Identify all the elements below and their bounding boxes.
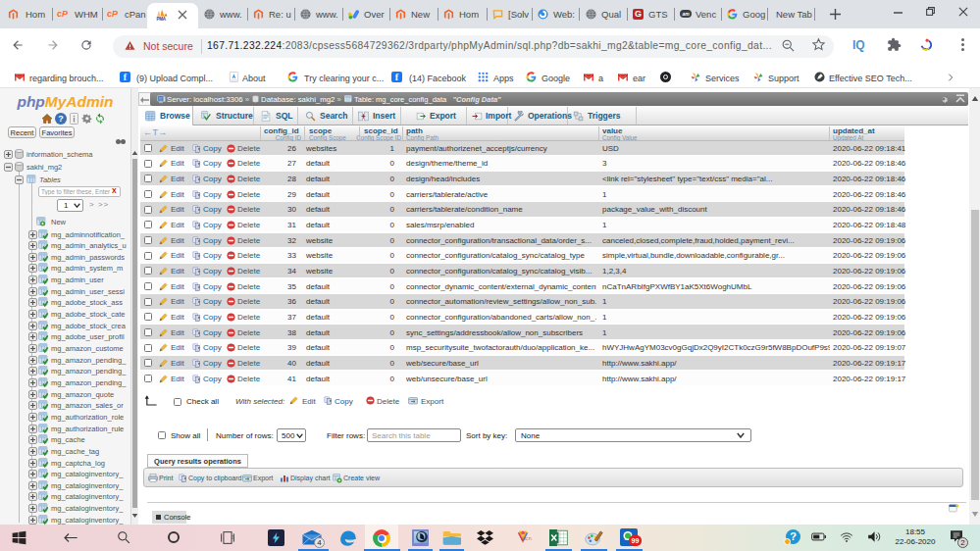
svg-text:PMA: PMA <box>157 17 167 22</box>
svg-text:VICTORY: VICTORY <box>522 537 532 541</box>
